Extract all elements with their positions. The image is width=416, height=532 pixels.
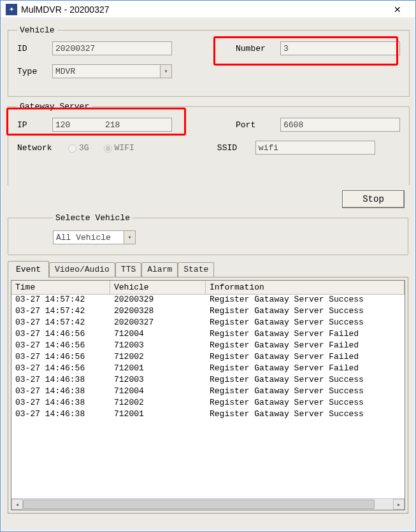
tab-panel: Time Vehicle Information 03-27 14:57:422… (8, 277, 408, 514)
gateway-group: Gateway Server IP Port Network 3G WIFI (8, 102, 410, 185)
table-row[interactable]: 03-27 14:46:56712003Register Gataway Ser… (11, 340, 405, 352)
scroll-right-icon[interactable]: ▸ (393, 499, 405, 510)
col-vehicle[interactable]: Vehicle (110, 281, 206, 294)
cell-vehicle: 712002 (110, 352, 206, 363)
cell-time: 03-27 14:46:38 (11, 386, 110, 398)
radio-wifi-input[interactable] (104, 144, 112, 153)
cell-info: Register Gataway Server Failed (206, 329, 405, 340)
gateway-legend: Gateway Server (17, 102, 92, 111)
table-row[interactable]: 03-27 14:46:56712002Register Gataway Ser… (11, 352, 405, 363)
app-icon: ✦ (6, 4, 17, 15)
radio-3g-label: 3G (79, 143, 89, 153)
cell-time: 03-27 14:57:42 (11, 295, 110, 306)
cell-time: 03-27 14:46:38 (11, 409, 110, 421)
id-field[interactable] (52, 41, 172, 55)
id-label: ID (17, 44, 52, 53)
event-grid: Time Vehicle Information 03-27 14:57:422… (11, 280, 405, 510)
ssid-field[interactable] (255, 141, 375, 155)
scroll-left-icon[interactable]: ◂ (11, 499, 23, 510)
select-vehicle-dropdown[interactable]: All Vehicle ▾ (53, 230, 136, 244)
chevron-down-icon: ▾ (160, 65, 171, 78)
cell-info: Register Gataway Server Success (206, 386, 405, 398)
cell-info: Register Gataway Server Failed (206, 352, 405, 363)
cell-vehicle: 712004 (110, 386, 206, 398)
grid-body[interactable]: 03-27 14:57:4220200329Register Gataway S… (11, 295, 405, 498)
cell-vehicle: 712001 (110, 363, 206, 375)
radio-3g[interactable]: 3G (65, 143, 89, 153)
cell-info: Register Gataway Server Success (206, 398, 405, 409)
grid-header: Time Vehicle Information (11, 281, 405, 295)
tab-event[interactable]: Event (8, 261, 49, 278)
select-vehicle-value: All Vehicle (56, 233, 111, 242)
cell-vehicle: 712003 (110, 340, 206, 352)
ip-field[interactable] (52, 118, 172, 132)
type-label: Type (17, 67, 52, 76)
table-row[interactable]: 03-27 14:46:38712004Register Gataway Ser… (11, 386, 405, 398)
cell-vehicle: 20200329 (110, 295, 206, 306)
horizontal-scrollbar[interactable]: ◂ ▸ (11, 498, 405, 510)
cell-info: Register Gataway Server Success (206, 306, 405, 318)
cell-info: Register Gataway Server Success (206, 409, 405, 421)
cell-info: Register Gataway Server Failed (206, 363, 405, 375)
table-row[interactable]: 03-27 14:57:4220200328Register Gataway S… (11, 306, 405, 318)
number-label: Number (236, 44, 280, 53)
close-icon[interactable]: ✕ (385, 2, 410, 17)
port-label: Port (236, 120, 280, 130)
type-dropdown[interactable]: MDVR ▾ (52, 64, 172, 78)
type-value: MDVR (55, 67, 75, 76)
table-row[interactable]: 03-27 14:46:38712001Register Gataway Ser… (11, 409, 405, 421)
ssid-label: SSID (217, 143, 255, 153)
cell-info: Register Gataway Server Failed (206, 340, 405, 352)
tabs: Event Video/Audio TTS Alarm State (8, 261, 408, 277)
titlebar: ✦ MulMDVR - 20200327 ✕ (1, 1, 415, 18)
number-field[interactable] (280, 41, 400, 55)
table-row[interactable]: 03-27 14:46:38712002Register Gataway Ser… (11, 398, 405, 409)
select-vehicle-legend: Selecte Vehicle (53, 213, 133, 223)
chevron-down-icon: ▾ (124, 231, 135, 244)
cell-time: 03-27 14:46:38 (11, 398, 110, 409)
radio-wifi[interactable]: WIFI (101, 143, 134, 153)
cell-time: 03-27 14:57:42 (11, 306, 110, 318)
stop-button[interactable]: Stop (342, 190, 405, 208)
port-field[interactable] (280, 118, 400, 132)
app-window: ✦ MulMDVR - 20200327 ✕ Vehicle ID Number… (0, 0, 416, 532)
vehicle-group: Vehicle ID Number Type MDVR ▾ (8, 25, 410, 97)
scroll-thumb[interactable] (23, 500, 375, 509)
col-time[interactable]: Time (11, 281, 110, 294)
cell-vehicle: 712002 (110, 398, 206, 409)
radio-wifi-label: WIFI (115, 143, 134, 153)
cell-time: 03-27 14:46:56 (11, 363, 110, 375)
table-row[interactable]: 03-27 14:46:56712004Register Gataway Ser… (11, 329, 405, 340)
cell-info: Register Gataway Server Success (206, 375, 405, 386)
window-title: MulMDVR - 20200327 (21, 4, 110, 15)
cell-time: 03-27 14:57:42 (11, 318, 110, 329)
cell-vehicle: 712004 (110, 329, 206, 340)
table-row[interactable]: 03-27 14:46:56712001Register Gataway Ser… (11, 363, 405, 375)
scroll-track[interactable] (23, 499, 393, 510)
radio-3g-input[interactable] (68, 144, 76, 153)
vehicle-legend: Vehicle (17, 25, 57, 35)
table-row[interactable]: 03-27 14:57:4220200327Register Gataway S… (11, 318, 405, 329)
cell-time: 03-27 14:46:56 (11, 352, 110, 363)
cell-vehicle: 712001 (110, 409, 206, 421)
table-row[interactable]: 03-27 14:57:4220200329Register Gataway S… (11, 295, 405, 306)
ip-label: IP (17, 120, 52, 130)
cell-time: 03-27 14:46:56 (11, 340, 110, 352)
select-vehicle-group: Selecte Vehicle All Vehicle ▾ (8, 213, 408, 255)
client-area: Vehicle ID Number Type MDVR ▾ Gateway Se… (1, 19, 415, 531)
cell-time: 03-27 14:46:38 (11, 375, 110, 386)
cell-vehicle: 20200327 (110, 318, 206, 329)
cell-vehicle: 20200328 (110, 306, 206, 318)
cell-time: 03-27 14:46:56 (11, 329, 110, 340)
network-label: Network (17, 143, 65, 153)
cell-vehicle: 712003 (110, 375, 206, 386)
table-row[interactable]: 03-27 14:46:38712003Register Gataway Ser… (11, 375, 405, 386)
cell-info: Register Gataway Server Success (206, 318, 405, 329)
col-info[interactable]: Information (206, 281, 405, 294)
cell-info: Register Gataway Server Success (206, 295, 405, 306)
